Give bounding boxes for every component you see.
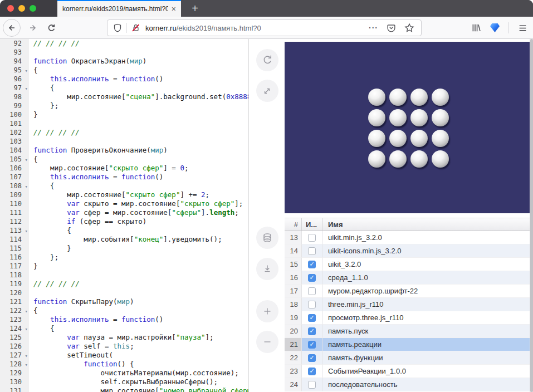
sphere[interactable] bbox=[389, 109, 407, 126]
code-line[interactable]: 124▾ { bbox=[0, 324, 248, 333]
table-row[interactable]: 18three.min.js_r110 bbox=[285, 298, 533, 311]
table-row[interactable]: 19✓просмотр.three.js_r110 bbox=[285, 311, 533, 325]
code-line[interactable]: 119// // // // bbox=[0, 280, 248, 288]
bookmark-star-icon[interactable] bbox=[404, 23, 414, 33]
code-fold-icon[interactable]: ▾ bbox=[25, 182, 28, 191]
row-checkbox[interactable]: ✓ bbox=[308, 314, 316, 322]
macos-minimize-button[interactable] bbox=[18, 5, 25, 12]
column-header-used[interactable]: И... bbox=[302, 218, 322, 231]
column-header-number[interactable]: # bbox=[285, 218, 302, 231]
table-row[interactable]: 22✓память.функции bbox=[285, 351, 533, 365]
sphere[interactable] bbox=[432, 109, 449, 126]
code-line[interactable]: 115 } bbox=[0, 244, 248, 253]
row-checkbox[interactable] bbox=[308, 287, 316, 295]
menu-hamburger-icon[interactable] bbox=[518, 23, 527, 33]
new-tab-button[interactable]: + bbox=[186, 0, 204, 17]
sphere[interactable] bbox=[368, 150, 385, 168]
pocket-save-icon[interactable] bbox=[387, 23, 396, 33]
table-row[interactable]: 24последовательность bbox=[285, 378, 533, 391]
sphere[interactable] bbox=[368, 89, 385, 106]
code-line[interactable]: 109 мир.состояние["скрыто сфер"] += 2; bbox=[0, 190, 248, 199]
sphere[interactable] bbox=[389, 150, 407, 168]
code-line[interactable]: 95▾{ bbox=[0, 66, 248, 75]
code-line[interactable]: 130 self.скрытьВыбранныеСферы(); bbox=[0, 378, 248, 386]
code-fold-icon[interactable]: ▾ bbox=[25, 325, 28, 334]
code-line[interactable]: 108▾ { bbox=[0, 182, 248, 190]
code-line[interactable]: 123 this.исполнить = function() bbox=[0, 315, 248, 324]
code-line[interactable]: 126 var self = this; bbox=[0, 342, 248, 351]
macos-close-button[interactable] bbox=[7, 5, 14, 12]
tracking-protection-shield-icon[interactable] bbox=[113, 23, 122, 32]
code-line[interactable]: 100} bbox=[0, 110, 248, 119]
extension-gem-icon[interactable] bbox=[490, 23, 500, 32]
sphere[interactable] bbox=[432, 130, 449, 147]
code-line[interactable]: 105▾{ bbox=[0, 155, 248, 164]
code-line[interactable]: 122▾{ bbox=[0, 306, 248, 315]
code-line[interactable]: 97▾ { bbox=[0, 84, 248, 92]
insecure-connection-lock-icon[interactable] bbox=[131, 23, 140, 32]
code-line[interactable]: 131 мир.состояние["номер выбранной сферы… bbox=[0, 386, 248, 392]
code-line[interactable]: 125 var пауза = мир.настройки["пауза"]; bbox=[0, 333, 248, 342]
table-row[interactable]: 21✓память.реакции bbox=[285, 338, 533, 351]
browser-tab[interactable]: kornerr.ru/ekids2019/память.html?0 × bbox=[57, 0, 181, 17]
sphere[interactable] bbox=[410, 109, 428, 126]
sphere[interactable] bbox=[432, 150, 449, 168]
code-line[interactable]: 116 }; bbox=[0, 253, 248, 262]
table-row[interactable]: 15✓uikit_3.2.0 bbox=[285, 258, 533, 271]
code-line[interactable]: 99 }; bbox=[0, 101, 248, 110]
code-line[interactable]: 98 мир.состояние["сцена"].background.set… bbox=[0, 92, 248, 101]
column-header-name[interactable]: Имя bbox=[322, 218, 533, 231]
row-checkbox[interactable] bbox=[308, 234, 316, 242]
code-line[interactable]: 93 bbox=[0, 48, 248, 57]
download-button[interactable] bbox=[256, 258, 278, 280]
code-line[interactable]: 103 bbox=[0, 137, 248, 146]
code-line[interactable]: 114 мир.события["конец"].уведомить(); bbox=[0, 235, 248, 244]
code-fold-icon[interactable]: ▾ bbox=[25, 307, 28, 316]
table-row[interactable]: 20✓память.пуск bbox=[285, 325, 533, 338]
code-fold-icon[interactable]: ▾ bbox=[25, 66, 28, 75]
code-line[interactable]: 94function ОкраситьЭкран(мир) bbox=[0, 57, 248, 66]
3d-viewport[interactable] bbox=[285, 42, 533, 213]
code-fold-icon[interactable]: ▾ bbox=[25, 155, 28, 164]
row-checkbox[interactable] bbox=[308, 247, 316, 255]
forward-button[interactable] bbox=[24, 19, 42, 37]
code-editor[interactable]: 92// // // //9394function ОкраситьЭкран(… bbox=[0, 39, 249, 392]
row-checkbox[interactable]: ✓ bbox=[308, 341, 316, 349]
code-line[interactable]: 111 var сфер = мир.состояние["сферы"].le… bbox=[0, 208, 248, 217]
sphere[interactable] bbox=[410, 89, 428, 106]
table-row[interactable]: 16✓среда_1.1.0 bbox=[285, 271, 533, 285]
code-line[interactable]: 101 bbox=[0, 119, 248, 128]
table-row[interactable]: 13uikit.min.js_3.2.0 bbox=[285, 231, 533, 244]
sphere[interactable] bbox=[368, 109, 385, 126]
back-button[interactable] bbox=[3, 19, 21, 37]
code-line[interactable]: 106 мир.состояние["скрыто сфер"] = 0; bbox=[0, 164, 248, 173]
refresh-button[interactable] bbox=[256, 49, 278, 71]
code-line[interactable]: 120 bbox=[0, 288, 248, 297]
code-line[interactable]: 110 var скрыто = мир.состояние["скрыто с… bbox=[0, 199, 248, 208]
tab-close-icon[interactable]: × bbox=[172, 5, 176, 13]
url-bar[interactable]: kornerr.ru/ekids2019/память.html?0 ··· bbox=[107, 19, 422, 36]
reload-button[interactable] bbox=[42, 19, 60, 37]
expand-button[interactable] bbox=[256, 80, 278, 102]
sphere[interactable] bbox=[432, 89, 449, 106]
page-actions-icon[interactable]: ··· bbox=[369, 23, 378, 32]
row-checkbox[interactable]: ✓ bbox=[308, 327, 316, 335]
sphere[interactable] bbox=[410, 130, 428, 147]
sphere[interactable] bbox=[410, 150, 428, 168]
sphere[interactable] bbox=[368, 130, 385, 147]
code-line[interactable]: 112 if (сфер == скрыто) bbox=[0, 217, 248, 226]
code-line[interactable]: 104function ПроверитьОкончание(мир) bbox=[0, 146, 248, 155]
macos-zoom-button[interactable] bbox=[30, 5, 36, 12]
table-row[interactable]: 23✓СобытияРеакции_1.0.0 bbox=[285, 365, 533, 378]
url-text[interactable]: kornerr.ru/ekids2019/память.html?0 bbox=[145, 24, 261, 32]
code-line[interactable]: 128▾ function() { bbox=[0, 360, 248, 369]
row-checkbox[interactable]: ✓ bbox=[308, 354, 316, 362]
library-icon[interactable] bbox=[471, 23, 481, 33]
code-fold-icon[interactable]: ▾ bbox=[25, 351, 28, 360]
row-checkbox[interactable] bbox=[308, 381, 316, 389]
code-fold-icon[interactable]: ▾ bbox=[25, 227, 28, 236]
code-line[interactable]: 107 this.исполнить = function() bbox=[0, 173, 248, 182]
row-checkbox[interactable] bbox=[308, 301, 316, 308]
scrollbar-thumb[interactable] bbox=[530, 39, 533, 392]
row-checkbox[interactable]: ✓ bbox=[308, 367, 316, 375]
